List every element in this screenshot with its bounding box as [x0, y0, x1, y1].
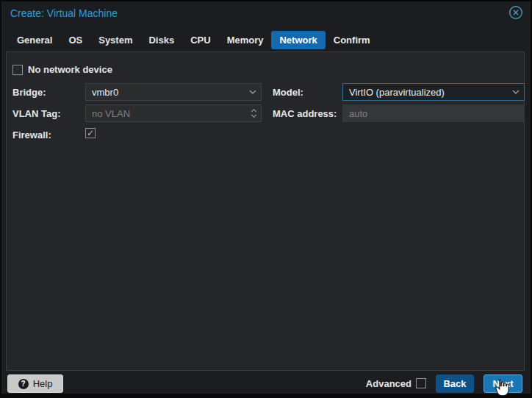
vlan-tag-label: VLAN Tag:	[12, 108, 60, 119]
back-button-label: Back	[443, 378, 466, 389]
tab-general[interactable]: General	[9, 31, 60, 49]
bridge-value-input[interactable]	[86, 84, 245, 100]
network-form-panel: No network device Bridge: Model: VLAN Ta…	[6, 51, 525, 371]
model-label: Model:	[273, 87, 303, 98]
bridge-combobox[interactable]	[85, 83, 262, 101]
no-network-device-checkbox[interactable]	[12, 65, 23, 75]
no-network-device-label: No network device	[28, 64, 112, 75]
tab-system[interactable]: System	[90, 31, 140, 49]
tab-os[interactable]: OS	[60, 31, 90, 49]
tab-disks[interactable]: Disks	[140, 31, 182, 49]
tab-memory[interactable]: Memory	[219, 31, 272, 49]
close-button[interactable]	[508, 6, 524, 22]
tab-network[interactable]: Network	[271, 31, 325, 49]
model-combobox[interactable]	[342, 83, 525, 101]
bridge-label: Bridge:	[12, 87, 46, 98]
tab-confirm[interactable]: Confirm	[326, 31, 378, 49]
create-vm-dialog: Create: Virtual Machine General OS Syste…	[1, 1, 531, 394]
advanced-label: Advanced	[366, 378, 411, 389]
advanced-checkbox[interactable]	[416, 378, 426, 388]
mac-address-label: MAC address:	[273, 108, 337, 119]
modal-backdrop: Create: Virtual Machine General OS Syste…	[0, 0, 532, 398]
tab-bar: General OS System Disks CPU Memory Netwo…	[9, 30, 378, 49]
circle-x-close-icon	[508, 5, 523, 23]
spinner-up-down-icons[interactable]	[246, 105, 261, 121]
chevron-down-icon[interactable]	[245, 84, 261, 100]
back-button[interactable]: Back	[436, 374, 474, 393]
dialog-title: Create: Virtual Machine	[10, 7, 118, 19]
next-button[interactable]: Next	[484, 374, 522, 393]
next-button-label: Next	[492, 378, 513, 389]
help-button[interactable]: ? Help	[7, 374, 63, 393]
help-button-label: Help	[33, 378, 53, 389]
firewall-checkbox[interactable]: ✓	[85, 128, 96, 138]
model-value-input[interactable]	[343, 84, 508, 100]
chevron-down-icon[interactable]	[508, 84, 524, 100]
tab-cpu[interactable]: CPU	[182, 31, 218, 49]
mac-address-input[interactable]	[343, 105, 524, 121]
vlan-tag-input[interactable]	[86, 105, 246, 121]
question-mark-icon: ?	[18, 379, 29, 389]
mac-address-field[interactable]	[342, 104, 525, 122]
firewall-label: Firewall:	[12, 129, 51, 141]
vlan-tag-spinner-field[interactable]	[85, 104, 262, 122]
